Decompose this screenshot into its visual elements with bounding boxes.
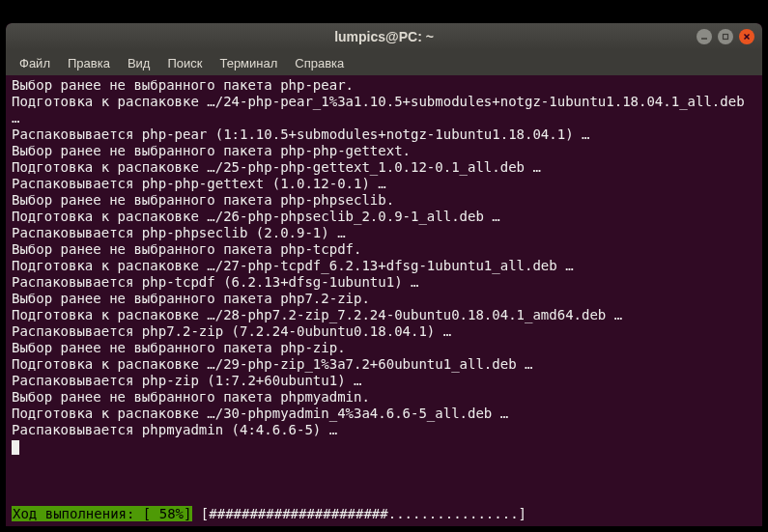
output-line: Подготовка к распаковке …/27-php-tcpdf_6… [12, 258, 756, 274]
window-controls [697, 29, 754, 44]
output-line: Подготовка к распаковке …/25-php-php-get… [12, 159, 756, 176]
output-line: Распаковывается phpmyadmin (4:4.6.6-5) … [12, 422, 756, 438]
progress-label: Ход выполнения: [ 58%] [12, 506, 192, 521]
menu-help[interactable]: Справка [287, 53, 352, 73]
output-line: Распаковывается php-pear (1:1.10.5+submo… [12, 126, 756, 143]
progress-bar: [######################................] [192, 506, 526, 521]
output-line: Распаковывается php-phpseclib (2.0.9-1) … [12, 225, 756, 241]
output-line: Распаковывается php7.2-zip (7.2.24-0ubun… [12, 323, 756, 340]
close-icon [743, 33, 751, 41]
window-title: lumpics@PC: ~ [6, 29, 762, 44]
output-line: Выбор ранее не выбранного пакета php-pea… [12, 77, 756, 94]
output-line: Подготовка к распаковке …/26-php-phpsecl… [12, 209, 756, 225]
maximize-button[interactable] [718, 29, 733, 44]
output-line: Выбор ранее не выбранного пакета php-php… [12, 192, 756, 209]
minimize-icon [700, 33, 708, 41]
output-line: Подготовка к распаковке …/30-phpmyadmin_… [12, 406, 756, 422]
output-line: Подготовка к распаковке …/24-php-pear_1%… [12, 94, 756, 126]
menu-terminal[interactable]: Терминал [212, 53, 285, 73]
output-line: Выбор ранее не выбранного пакета php-php… [12, 143, 756, 159]
output-line: Подготовка к распаковке …/29-php-zip_1%3… [12, 356, 756, 373]
close-button[interactable] [739, 29, 754, 44]
output-line: Выбор ранее не выбранного пакета php-tcp… [12, 241, 756, 258]
output-line: Распаковывается php-zip (1:7.2+60ubuntu1… [12, 373, 756, 389]
output-line: Распаковывается php-php-gettext (1.0.12-… [12, 176, 756, 192]
menu-view[interactable]: Вид [120, 53, 158, 73]
output-line: Выбор ранее не выбранного пакета phpmyad… [12, 389, 756, 406]
terminal-output[interactable]: Выбор ранее не выбранного пакета php-pea… [6, 75, 762, 526]
minimize-button[interactable] [697, 29, 712, 44]
menu-edit[interactable]: Правка [60, 53, 118, 73]
output-line: Выбор ранее не выбранного пакета php7.2-… [12, 291, 756, 307]
output-line: Подготовка к распаковке …/28-php7.2-zip_… [12, 307, 756, 323]
menu-search[interactable]: Поиск [159, 53, 210, 73]
cursor-line [12, 438, 756, 455]
menu-file[interactable]: Файл [12, 53, 58, 73]
output-line: Выбор ранее не выбранного пакета php-zip… [12, 340, 756, 356]
maximize-icon [722, 33, 729, 41]
output-line: Распаковывается php-tcpdf (6.2.13+dfsg-1… [12, 274, 756, 291]
title-bar: lumpics@PC: ~ [6, 23, 762, 50]
terminal-window: lumpics@PC: ~ Файл Правка Вид Поиск Терм… [6, 23, 762, 526]
svg-rect-1 [724, 35, 728, 40]
menu-bar: Файл Правка Вид Поиск Терминал Справка [6, 50, 762, 75]
progress-indicator: Ход выполнения: [ 58%] [################… [12, 506, 526, 522]
cursor-icon [12, 440, 19, 455]
